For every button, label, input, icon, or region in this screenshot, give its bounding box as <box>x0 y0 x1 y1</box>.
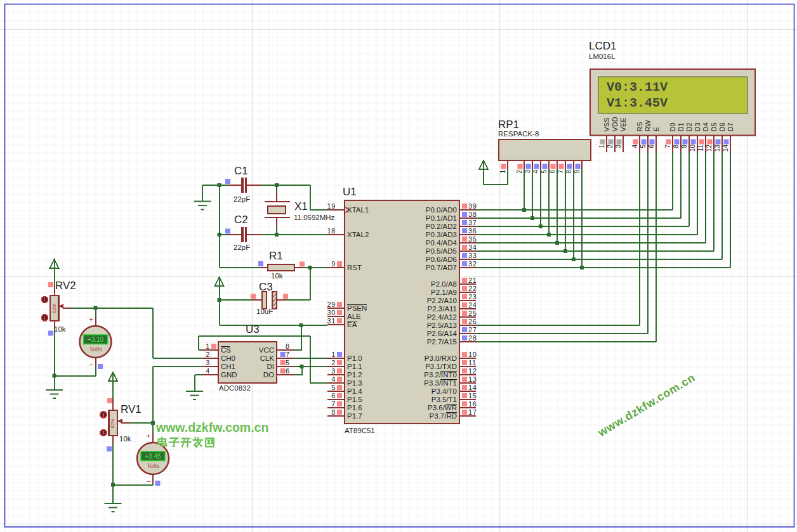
svg-text:+3.45: +3.45 <box>145 453 161 460</box>
svg-text:P2.4/A12: P2.4/A12 <box>427 313 457 321</box>
svg-text:1: 1 <box>331 351 336 358</box>
svg-text:2: 2 <box>206 351 210 358</box>
svg-text:P2.5/A13: P2.5/A13 <box>427 321 457 329</box>
svg-text:10k: 10k <box>119 435 131 443</box>
svg-text:P1.1: P1.1 <box>347 363 362 370</box>
svg-text:12: 12 <box>706 145 713 152</box>
svg-text:3: 3 <box>206 359 210 367</box>
svg-text:X1: X1 <box>294 200 308 212</box>
svg-text:D4: D4 <box>702 122 709 131</box>
svg-text:25: 25 <box>468 309 477 317</box>
svg-text:C3: C3 <box>259 281 273 293</box>
svg-text:VCC: VCC <box>259 346 274 354</box>
svg-text:P1.4: P1.4 <box>347 387 362 395</box>
svg-text:1: 1 <box>206 342 210 350</box>
svg-text:11.0592MHz: 11.0592MHz <box>294 214 335 221</box>
svg-text:P3.6/WR: P3.6/WR <box>428 404 457 412</box>
svg-text:P1.0: P1.0 <box>347 354 362 362</box>
svg-text:17: 17 <box>468 408 477 416</box>
svg-text:U1: U1 <box>343 186 357 198</box>
svg-text:CLK: CLK <box>260 354 275 362</box>
svg-text:5: 5 <box>541 170 548 174</box>
svg-text:D3: D3 <box>694 122 701 131</box>
svg-text:18: 18 <box>327 227 336 235</box>
svg-text:+: + <box>146 432 150 441</box>
svg-text:5: 5 <box>331 384 336 391</box>
svg-text:11: 11 <box>697 145 704 152</box>
svg-text:2: 2 <box>331 359 336 367</box>
svg-text:P3.1/TXD: P3.1/TXD <box>425 363 457 370</box>
svg-text:13: 13 <box>714 145 721 152</box>
svg-text:10uF: 10uF <box>256 308 273 315</box>
svg-text:EA: EA <box>347 321 357 328</box>
svg-text:P3.2/INT0: P3.2/INT0 <box>424 371 457 379</box>
svg-text:CH1: CH1 <box>221 363 235 370</box>
svg-text:14: 14 <box>722 145 729 152</box>
svg-text:P2.3/A11: P2.3/A11 <box>428 305 457 313</box>
svg-text:R1: R1 <box>269 250 283 262</box>
svg-text:2: 2 <box>516 170 523 174</box>
svg-text:VSS: VSS <box>603 117 610 131</box>
svg-text:4: 4 <box>631 145 638 148</box>
svg-text:31: 31 <box>327 317 336 325</box>
svg-text:30: 30 <box>327 309 336 316</box>
svg-text:−: − <box>89 360 93 369</box>
svg-text:34: 34 <box>468 243 477 251</box>
svg-text:P0.3/AD3: P0.3/AD3 <box>426 231 457 238</box>
svg-text:P3.5/T1: P3.5/T1 <box>431 396 457 403</box>
svg-text:P0.0/AD0: P0.0/AD0 <box>426 206 457 214</box>
svg-text:15: 15 <box>468 392 477 399</box>
svg-text:8: 8 <box>331 408 336 416</box>
svg-text:RESPACK-8: RESPACK-8 <box>498 130 539 138</box>
svg-text:9: 9 <box>681 145 688 148</box>
svg-text:39: 39 <box>468 202 477 210</box>
svg-text:P1.3: P1.3 <box>347 379 362 387</box>
svg-text:13: 13 <box>468 375 477 383</box>
svg-text:3: 3 <box>615 145 622 148</box>
svg-text:VDD: VDD <box>611 117 619 131</box>
svg-text:P0.5/AD5: P0.5/AD5 <box>426 247 457 255</box>
svg-text:P2.2/A10: P2.2/A10 <box>427 297 457 304</box>
svg-text:12: 12 <box>468 367 477 375</box>
svg-text:E: E <box>652 127 660 131</box>
svg-text:P0.2/AD2: P0.2/AD2 <box>426 223 457 230</box>
svg-text:37: 37 <box>468 219 477 226</box>
svg-text:AT89C51: AT89C51 <box>345 427 375 434</box>
svg-text:XTAL1: XTAL1 <box>347 206 369 214</box>
svg-text:P0.7/AD7: P0.7/AD7 <box>426 264 457 271</box>
svg-text:22pF: 22pF <box>234 195 250 203</box>
svg-text:11: 11 <box>468 359 477 367</box>
svg-text:D7: D7 <box>727 122 734 131</box>
svg-text:LCD1: LCD1 <box>589 40 616 52</box>
svg-text:RV1: RV1 <box>121 403 142 415</box>
svg-text:62%: 62% <box>51 304 57 313</box>
svg-text:4: 4 <box>206 367 210 375</box>
svg-text:7: 7 <box>557 170 564 174</box>
svg-text:1: 1 <box>598 145 605 148</box>
svg-text:23: 23 <box>468 293 477 301</box>
svg-text:3: 3 <box>524 170 531 174</box>
svg-text:RW: RW <box>644 120 652 132</box>
svg-text:19: 19 <box>327 202 336 210</box>
svg-text:V0:3.11V: V0:3.11V <box>607 80 668 94</box>
svg-text:22pF: 22pF <box>234 243 250 251</box>
svg-text:4: 4 <box>532 170 539 174</box>
svg-text:P3.0/RXD: P3.0/RXD <box>425 354 457 362</box>
svg-text:16: 16 <box>468 400 477 408</box>
svg-text:6: 6 <box>286 367 290 375</box>
svg-text:10: 10 <box>468 351 477 358</box>
svg-text:P2.6/A14: P2.6/A14 <box>427 330 458 337</box>
svg-text:P1.5: P1.5 <box>347 396 362 403</box>
svg-text:38: 38 <box>468 211 477 218</box>
svg-text:6: 6 <box>648 145 655 148</box>
svg-text:P0.4/AD4: P0.4/AD4 <box>426 239 458 247</box>
svg-text:P3.4/T0: P3.4/T0 <box>431 387 457 395</box>
svg-text:26: 26 <box>468 318 477 325</box>
svg-text:D1: D1 <box>677 122 685 131</box>
svg-text:RST: RST <box>347 264 362 271</box>
svg-text:www.dzkfw.com.cn: www.dzkfw.com.cn <box>155 420 268 434</box>
svg-text:PSEN: PSEN <box>347 304 367 312</box>
svg-text:P2.7/A15: P2.7/A15 <box>427 338 457 346</box>
svg-text:9: 9 <box>331 260 336 268</box>
svg-text:ADC0832: ADC0832 <box>219 384 251 392</box>
